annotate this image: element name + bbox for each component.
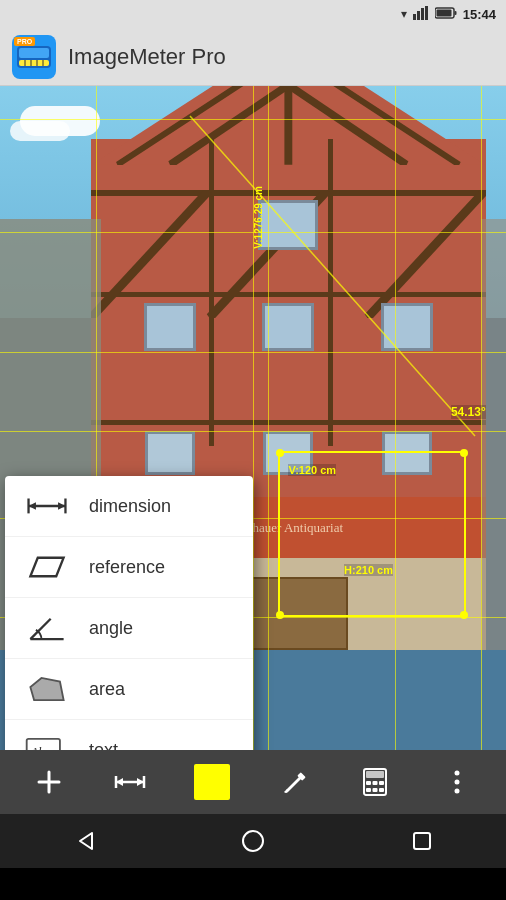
signal-icon (413, 6, 429, 23)
back-button[interactable] (60, 817, 108, 865)
paintbrush-button[interactable] (270, 758, 318, 806)
color-swatch (194, 764, 230, 800)
svg-point-54 (455, 789, 460, 794)
status-bar: ▾ 15:44 (0, 0, 506, 28)
svg-rect-49 (366, 788, 371, 792)
app-title: ImageMeter Pro (68, 44, 226, 70)
dimension-label: dimension (89, 496, 171, 517)
reference-icon (21, 547, 73, 587)
add-button[interactable] (25, 758, 73, 806)
vertical-measurement-label: V:1276.29 cm (253, 186, 264, 249)
more-options-button[interactable] (433, 758, 481, 806)
angle-label: angle (89, 618, 133, 639)
reference-label: reference (89, 557, 165, 578)
svg-rect-0 (413, 14, 416, 20)
height-measurement-label: V:120 cm (288, 464, 336, 476)
image-area[interactable]: kenhauer Antiquariat (0, 86, 506, 750)
wifi-icon: ▾ (401, 7, 407, 21)
svg-rect-3 (425, 6, 428, 20)
home-button[interactable] (229, 817, 277, 865)
app-bar: PRO ImageMeter Pro (0, 28, 506, 86)
svg-rect-6 (436, 9, 451, 16)
diagonal-angle-label: 54.13° (451, 405, 486, 419)
bottom-toolbar (0, 750, 506, 814)
area-icon (21, 669, 73, 709)
area-label: area (89, 679, 125, 700)
svg-rect-45 (366, 771, 384, 778)
svg-marker-32 (30, 678, 63, 700)
svg-rect-1 (417, 11, 420, 20)
calculator-button[interactable] (351, 758, 399, 806)
text-label: text (89, 740, 118, 751)
svg-rect-46 (366, 781, 371, 785)
popup-menu: dimension reference angle (5, 476, 253, 750)
svg-point-56 (243, 831, 263, 851)
svg-marker-29 (30, 558, 63, 576)
app-icon: PRO (12, 35, 56, 79)
status-time: 15:44 (463, 7, 496, 22)
svg-text:Abc: Abc (29, 744, 50, 750)
svg-point-52 (455, 771, 460, 776)
dimension-tool-button[interactable] (106, 758, 154, 806)
text-icon: Abc (21, 730, 73, 750)
svg-rect-51 (379, 788, 384, 792)
svg-rect-2 (421, 8, 424, 20)
svg-rect-9 (19, 60, 49, 66)
angle-icon (21, 608, 73, 648)
width-measurement-label: H:210 cm (344, 564, 393, 576)
svg-rect-57 (414, 833, 430, 849)
menu-item-text[interactable]: Abc text (5, 720, 253, 750)
recent-button[interactable] (398, 817, 446, 865)
dimension-icon (21, 486, 73, 526)
svg-point-53 (455, 780, 460, 785)
svg-rect-8 (19, 48, 49, 58)
svg-rect-47 (373, 781, 378, 785)
color-button[interactable] (188, 758, 236, 806)
battery-icon (435, 7, 457, 22)
svg-marker-55 (80, 833, 92, 849)
svg-rect-50 (373, 788, 378, 792)
svg-rect-5 (454, 11, 456, 15)
pro-badge: PRO (14, 37, 35, 46)
menu-item-area[interactable]: area (5, 659, 253, 720)
svg-rect-48 (379, 781, 384, 785)
menu-item-dimension[interactable]: dimension (5, 476, 253, 537)
nav-bar (0, 814, 506, 868)
menu-item-angle[interactable]: angle (5, 598, 253, 659)
menu-item-reference[interactable]: reference (5, 537, 253, 598)
